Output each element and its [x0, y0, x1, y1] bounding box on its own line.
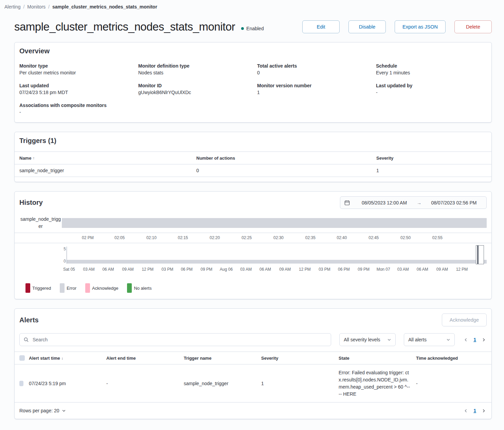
field-last-updated-by: Last updated by - [376, 83, 487, 95]
select-all-checkbox[interactable] [19, 355, 25, 361]
brush-tick: 06 AM [417, 267, 428, 272]
brush-axis-labels: Sat 05 03 AM 06 AM 09 AM 12 PM 03 PM 06 … [67, 266, 487, 273]
brush-tick: Aug 06 [220, 267, 233, 272]
triggers-panel: Triggers (1) Name ↑ Number of actions Se… [14, 132, 492, 182]
alerts-pagination-bottom: 1 [463, 407, 487, 414]
field-value: Every 1 minutes [376, 70, 487, 75]
brush-tick: Sat 05 [63, 267, 75, 272]
column-alert-start-time-label: Alert start time [29, 356, 60, 361]
timeline-tick: 02:45 [368, 235, 379, 240]
page-number-button[interactable]: 1 [472, 407, 478, 414]
rows-per-page-button[interactable]: Rows per page: 20 [19, 408, 66, 413]
alerts-table-header: Alert start time ↓ Alert end time Trigge… [15, 352, 491, 364]
export-as-json-button[interactable]: Export as JSON [395, 20, 446, 33]
select-all-cell [15, 352, 29, 364]
chevron-down-icon [446, 338, 450, 342]
acknowledge-button[interactable]: Acknowledge [442, 313, 487, 326]
brush-tick: 06 PM [338, 267, 350, 272]
brush-tick: 12 PM [299, 267, 311, 272]
brush-activity-spike [477, 246, 479, 264]
field-value: - [19, 109, 130, 115]
brush-tick: 09 PM [201, 267, 213, 272]
brush-tick: 03 PM [162, 267, 174, 272]
brush-tick: 03 AM [83, 267, 95, 272]
alerts-header: Alerts Acknowledge [19, 313, 487, 326]
field-label: Monitor ID [138, 83, 249, 88]
acknowledge-swatch-icon [85, 283, 90, 293]
column-header-name-label: Name [19, 156, 31, 161]
breadcrumb-alerting[interactable]: Alerting [4, 4, 20, 10]
edit-button[interactable]: Edit [302, 20, 340, 33]
next-page-button[interactable] [481, 337, 487, 343]
severity-filter-select[interactable]: All severity levels [339, 333, 396, 346]
brush-selection-handle[interactable] [476, 245, 484, 264]
breadcrumb-monitors[interactable]: Monitors [27, 4, 46, 10]
column-alert-start-time[interactable]: Alert start time ↓ [29, 352, 106, 364]
row-checkbox[interactable] [19, 381, 23, 386]
brush-axis-row: Sat 05 03 AM 06 AM 09 AM 12 PM 03 PM 06 … [19, 264, 487, 273]
chevron-left-icon [464, 409, 468, 413]
timeline-tick: 02 PM [82, 235, 94, 240]
brush-tick: 12 PM [456, 267, 468, 272]
alert-state-filter-value: All alerts [408, 337, 427, 342]
column-trigger-name: Trigger name [184, 352, 261, 364]
alert-severity-cell: 1 [261, 377, 339, 390]
field-value: 1 [257, 90, 368, 95]
history-timeline-bar[interactable] [62, 218, 487, 228]
alerts-title: Alerts [19, 316, 39, 324]
breadcrumb: Alerting / Monitors / sample_cluster_met… [0, 0, 504, 11]
chevron-right-icon [482, 338, 486, 342]
next-page-button[interactable] [481, 408, 487, 414]
legend-item-no-alerts: No alerts [127, 283, 151, 293]
severity-filter-value: All severity levels [344, 337, 380, 342]
brush-y-tick: 0 [64, 259, 66, 264]
field-label: Last updated by [376, 83, 487, 88]
brush-activity-band [67, 260, 487, 264]
field-label: Associations with composite monitors [19, 103, 130, 108]
arrow-right-icon: → [415, 200, 423, 205]
brush-tick: 03 AM [240, 267, 252, 272]
sort-ascending-icon: ↑ [33, 156, 35, 160]
history-legend: Triggered Error Acknowledge No alerts [19, 283, 487, 294]
page-number-button[interactable]: 1 [472, 336, 478, 343]
alert-state-filter-select[interactable]: All alerts [404, 333, 455, 346]
legend-label: Triggered [32, 286, 51, 291]
legend-label: No alerts [134, 286, 151, 291]
timeline-tick: 02:10 [146, 235, 157, 240]
field-monitor-version-number: Monitor version number 1 [257, 83, 368, 95]
date-range-start-button[interactable]: 08/05/2023 12:00 AM [353, 200, 415, 205]
search-input[interactable] [19, 333, 331, 346]
brush-tick: 03 PM [319, 267, 330, 272]
column-state: State [339, 352, 416, 364]
history-brush-chart[interactable] [67, 245, 487, 264]
previous-page-button[interactable] [463, 337, 469, 343]
timeline-axis: 02 PM 02:05 02:10 02:15 02:20 02:25 02:3… [62, 235, 487, 241]
field-monitor-type: Monitor type Per cluster metrics monitor [19, 63, 130, 75]
trigger-row: sample_node_trigger 0 1 [15, 164, 491, 177]
brush-tick: 09 AM [436, 267, 448, 272]
triggers-title: Triggers (1) [19, 137, 487, 145]
field-monitor-definition-type: Monitor definition type Nodes stats [138, 63, 249, 75]
previous-page-button[interactable] [463, 408, 469, 414]
history-trigger-label: sample_node_trigger [19, 216, 62, 230]
alert-state-cell: Error: Failed evaluating trigger: ctx.re… [339, 365, 416, 402]
brush-tick: 09 PM [358, 267, 370, 272]
timeline-tick: 02:05 [114, 235, 125, 240]
status-label: Enabled [246, 26, 264, 31]
delete-button[interactable]: Delete [454, 20, 492, 33]
date-range-picker[interactable]: 08/05/2023 12:00 AM → 08/07/2023 02:56 P… [340, 196, 487, 209]
field-associations-composite-monitors: Associations with composite monitors - [19, 103, 130, 115]
alert-time-acknowledged-cell: - [416, 377, 491, 390]
brush-y-axis: 5 0 [19, 245, 62, 264]
column-header-name[interactable]: Name ↑ [15, 152, 196, 164]
page-title: sample_cluster_metrics_nodes_stats_monit… [14, 20, 235, 33]
field-value: Per cluster metrics monitor [19, 70, 130, 75]
row-select-cell [15, 377, 29, 390]
date-range-end-button[interactable]: 08/07/2023 02:56 PM [423, 200, 485, 205]
axis-spacer [19, 264, 62, 273]
timeline-tick: 02:30 [273, 235, 284, 240]
disable-button[interactable]: Disable [348, 20, 386, 33]
header-actions: Edit Disable Export as JSON Delete [302, 20, 492, 33]
chevron-right-icon [482, 409, 486, 413]
field-label: Monitor definition type [138, 63, 249, 69]
